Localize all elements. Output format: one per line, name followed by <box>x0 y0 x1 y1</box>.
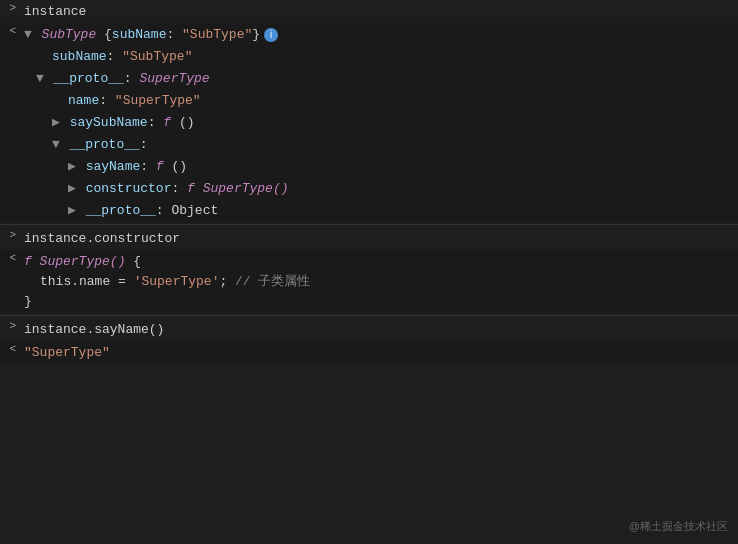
fn-comment: // 子类属性 <box>227 274 310 289</box>
constructor-sep: : <box>171 181 187 196</box>
input-line-2: > instance.constructor <box>0 227 738 250</box>
sayname-key: sayName <box>78 159 140 174</box>
watermark: @稀土掘金技术社区 <box>629 519 728 534</box>
input-content-1: instance <box>20 0 738 23</box>
fn-line-2: this.name = 'SuperType'; // 子类属性 <box>24 272 734 292</box>
name-sep: : <box>99 93 115 108</box>
input-arrow-3: > <box>0 318 20 332</box>
sayname-expand[interactable] <box>68 159 76 174</box>
constructor-key: constructor <box>78 181 172 196</box>
constructor-name: SuperType() <box>195 181 289 196</box>
subname-prefix <box>0 46 20 48</box>
info-icon[interactable]: i <box>264 28 278 42</box>
saysubname-prefix <box>0 112 20 114</box>
input-line-3: > instance.sayName() <box>0 318 738 341</box>
fn-brace: { <box>125 254 141 269</box>
name-key: name <box>68 93 99 108</box>
saysubname-sep: : <box>148 115 164 130</box>
subname-sep: : <box>107 49 123 64</box>
name-content: name: "SuperType" <box>20 90 738 112</box>
supertype-fn: f SuperType() { this.name = 'SuperType';… <box>20 250 738 313</box>
proto2-expand[interactable] <box>52 137 60 152</box>
proto2-key: __proto__ <box>62 137 140 152</box>
sayname-f: f <box>156 159 164 174</box>
sayname-content: sayName: f () <box>20 156 738 178</box>
saysubname-content: saySubName: f () <box>20 112 738 134</box>
sayname-parens: () <box>164 159 187 174</box>
input-content-3: instance.sayName() <box>20 318 738 341</box>
fn-val: 'SuperType' <box>134 274 220 289</box>
constructor-prefix <box>0 178 20 180</box>
proto2-content: __proto__: <box>20 134 738 156</box>
subtype-expand[interactable] <box>24 27 32 42</box>
saysubname-parens: () <box>171 115 194 130</box>
subtype-root: SubType {subName: "SubType"}i <box>20 23 738 46</box>
console-panel: > instance < SubType {subName: "SubType"… <box>0 0 738 544</box>
input-content-2: instance.constructor <box>20 227 738 250</box>
subtype-colon: : <box>166 27 182 42</box>
divider-2 <box>0 315 738 316</box>
subtype-brace-open: { <box>104 27 112 42</box>
subtype-brace-close: } <box>252 27 260 42</box>
saysubname-line: saySubName: f () <box>0 112 738 134</box>
proto2-prefix <box>0 134 20 136</box>
constructor-content: constructor: f SuperType() <box>20 178 738 200</box>
proto3-val: Object <box>171 203 218 218</box>
proto1-content: __proto__: SuperType <box>20 68 738 90</box>
proto3-sep: : <box>156 203 172 218</box>
saysubname-f: f <box>163 115 171 130</box>
sayname-line: sayName: f () <box>0 156 738 178</box>
name-val: "SuperType" <box>115 93 201 108</box>
fn-line-3: } <box>24 292 734 312</box>
sayname-result: "SuperType" <box>20 341 738 364</box>
constructor-expand[interactable] <box>68 181 76 196</box>
output-arrow-2: < <box>0 250 20 264</box>
proto3-content: __proto__: Object <box>20 200 738 222</box>
constructor-line: constructor: f SuperType() <box>0 178 738 200</box>
saysubname-expand[interactable] <box>52 115 60 130</box>
subname-line: subName: "SubType" <box>0 46 738 68</box>
output-arrow-3: < <box>0 341 20 355</box>
fn-f: f <box>24 254 32 269</box>
proto3-key: __proto__ <box>78 203 156 218</box>
name-line: name: "SuperType" <box>0 90 738 112</box>
sayname-result-val: "SuperType" <box>24 345 110 360</box>
fn-line-1: f SuperType() { <box>24 252 734 272</box>
proto3-prefix <box>0 200 20 202</box>
proto1-prefix <box>0 68 20 70</box>
output-line-3: < "SuperType" <box>0 341 738 364</box>
proto2-sep: : <box>140 137 148 152</box>
subname-content: subName: "SubType" <box>20 46 738 68</box>
output-line-1: < SubType {subName: "SubType"}i <box>0 23 738 46</box>
proto1-val: SuperType <box>139 71 209 86</box>
fn-this: this.name = <box>40 274 134 289</box>
saysubname-key: saySubName <box>62 115 148 130</box>
sayname-sep: : <box>140 159 156 174</box>
proto1-line: __proto__: SuperType <box>0 68 738 90</box>
subtype-label: SubType <box>34 27 104 42</box>
proto1-sep: : <box>124 71 140 86</box>
divider-1 <box>0 224 738 225</box>
fn-name: SuperType() <box>32 254 126 269</box>
constructor-f: f <box>187 181 195 196</box>
input-line-1: > instance <box>0 0 738 23</box>
proto3-line: __proto__: Object <box>0 200 738 222</box>
subname-key: subName <box>112 27 167 42</box>
input-arrow-2: > <box>0 227 20 241</box>
input-arrow-1: > <box>0 0 20 14</box>
subname-val: "SubType" <box>182 27 252 42</box>
output-arrow-1: < <box>0 23 20 37</box>
name-prefix <box>0 90 20 92</box>
sayname-prefix <box>0 156 20 158</box>
proto3-expand[interactable] <box>68 203 76 218</box>
proto1-key: __proto__ <box>46 71 124 86</box>
subname-key2: subName <box>52 49 107 64</box>
proto2-line: __proto__: <box>0 134 738 156</box>
fn-close-brace: } <box>24 294 32 309</box>
output-line-2: < f SuperType() { this.name = 'SuperType… <box>0 250 738 313</box>
subname-val2: "SubType" <box>122 49 192 64</box>
proto1-expand[interactable] <box>36 71 44 86</box>
